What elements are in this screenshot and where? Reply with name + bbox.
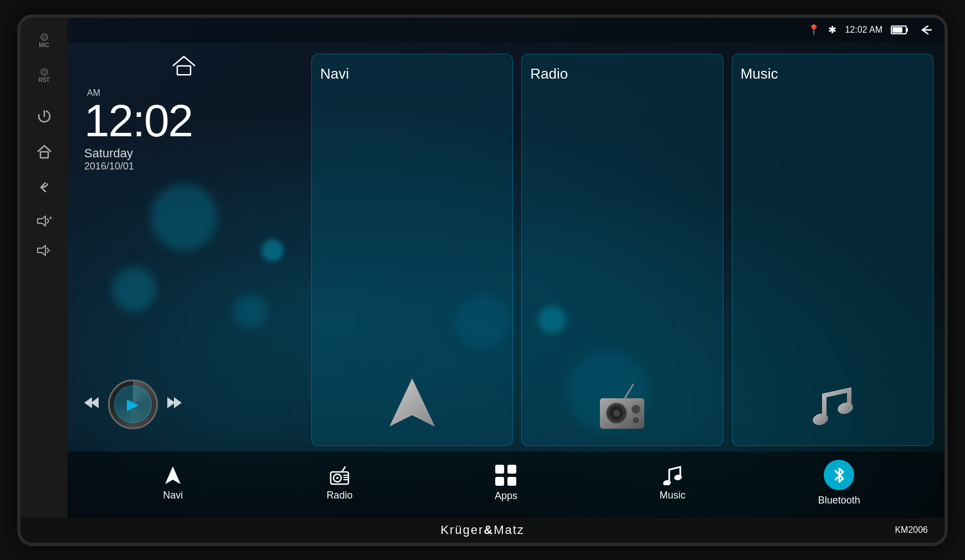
rst-label: RST	[39, 77, 50, 83]
bottom-radio-icon	[328, 465, 351, 485]
music-player: ▶	[84, 379, 284, 440]
svg-marker-14	[167, 397, 175, 408]
rst-button[interactable]: RST	[20, 64, 68, 88]
home-screen-icon[interactable]	[84, 54, 284, 77]
status-bar: 📍 ✱ 12:02 AM	[68, 18, 945, 43]
vol-down-icon: -	[37, 244, 52, 256]
svg-marker-13	[84, 397, 92, 408]
bottom-apps-label: Apps	[495, 490, 517, 502]
svg-rect-8	[906, 28, 908, 32]
clock-date: 2016/10/01	[84, 161, 284, 172]
battery-icon	[891, 25, 908, 35]
home-screen-svg	[170, 54, 198, 77]
bluetooth-status-icon: ✱	[828, 24, 836, 36]
svg-marker-27	[165, 466, 181, 484]
svg-marker-5	[38, 245, 45, 255]
svg-text:+: +	[49, 215, 52, 221]
right-panel: Navi	[300, 43, 945, 451]
nav-arrow-icon	[384, 376, 440, 431]
svg-marker-3	[38, 216, 45, 226]
radio-tile-label: Radio	[530, 65, 568, 83]
next-icon	[166, 397, 182, 409]
vol-up-icon: +	[37, 215, 52, 227]
play-icon: ▶	[127, 395, 139, 413]
next-button[interactable]	[166, 397, 182, 412]
svg-point-23	[633, 417, 639, 424]
back-button[interactable]	[20, 175, 68, 199]
mic-button[interactable]: MIC	[20, 29, 68, 53]
svg-line-31	[342, 467, 345, 472]
location-icon: 📍	[808, 24, 820, 36]
bottom-apps-item[interactable]: Apps	[478, 465, 533, 502]
mic-label: MIC	[39, 42, 49, 48]
svg-point-30	[336, 477, 338, 479]
clock-area: AM 12:02 Saturday 2016/10/01	[84, 88, 284, 172]
radio-tile[interactable]: Radio	[521, 54, 723, 446]
app-tiles: Navi	[311, 54, 933, 446]
svg-line-21	[625, 384, 633, 398]
music-tile[interactable]: Music	[732, 54, 933, 446]
bottom-bluetooth-item[interactable]: Bluetooth	[812, 460, 867, 506]
screen-content: AM 12:02 Saturday 2016/10/01	[68, 43, 945, 451]
bottom-music-label: Music	[660, 490, 686, 501]
physical-controls: MIC RST	[20, 18, 68, 518]
bottom-navi-item[interactable]: Navi	[145, 465, 201, 501]
svg-marker-12	[91, 397, 99, 408]
left-panel: AM 12:02 Saturday 2016/10/01	[68, 43, 300, 451]
status-time: 12:02 AM	[845, 25, 882, 35]
svg-text:-: -	[49, 246, 51, 253]
clock-day: Saturday	[84, 146, 284, 161]
vol-down-button[interactable]: -	[20, 240, 68, 261]
music-tile-label: Music	[741, 65, 778, 83]
brand-first: Krüger	[440, 523, 484, 537]
bottom-navi-label: Navi	[163, 490, 183, 501]
bottom-bluetooth-label: Bluetooth	[818, 495, 860, 506]
brand-second: Matz	[494, 523, 525, 537]
svg-point-20	[613, 410, 620, 417]
brand-separator: &	[484, 523, 494, 537]
svg-point-22	[632, 405, 640, 414]
back-status-icon[interactable]	[917, 24, 933, 36]
navi-tile[interactable]: Navi	[311, 54, 513, 446]
navi-tile-label: Navi	[320, 65, 349, 83]
prev-button[interactable]	[84, 397, 100, 412]
brand-bar: Krüger&Matz KM2006	[20, 518, 945, 543]
bluetooth-icon	[831, 466, 847, 484]
model-number: KM2006	[895, 525, 928, 535]
back-icon	[37, 179, 52, 195]
bottom-navi-icon	[163, 465, 183, 485]
car-head-unit: MIC RST	[17, 14, 948, 546]
bluetooth-circle	[824, 460, 854, 490]
svg-marker-15	[174, 397, 182, 408]
power-icon	[37, 109, 52, 124]
svg-point-26	[836, 400, 854, 415]
svg-marker-16	[390, 379, 434, 426]
brand-name: Krüger&Matz	[440, 523, 525, 537]
bottom-music-item[interactable]: Music	[645, 465, 700, 501]
bottom-nav-bar: Navi Radio	[68, 451, 945, 518]
svg-rect-2	[40, 152, 48, 158]
music-note-icon	[805, 382, 860, 431]
svg-rect-11	[177, 66, 191, 75]
prev-icon	[84, 397, 100, 409]
home-button[interactable]	[20, 140, 68, 164]
vol-up-button[interactable]: +	[20, 210, 68, 232]
power-button[interactable]	[20, 104, 68, 129]
clock-time: 12:02	[84, 98, 284, 143]
svg-point-25	[812, 412, 829, 427]
bottom-radio-item[interactable]: Radio	[312, 465, 367, 501]
radio-icon	[592, 382, 653, 431]
bottom-music-icon	[661, 465, 684, 485]
svg-rect-9	[892, 27, 902, 33]
player-disc[interactable]: ▶	[108, 379, 158, 429]
main-screen: 📍 ✱ 12:02 AM	[68, 18, 945, 518]
bottom-apps-icon	[495, 465, 516, 486]
bottom-radio-label: Radio	[326, 490, 352, 501]
home-icon	[36, 144, 53, 160]
